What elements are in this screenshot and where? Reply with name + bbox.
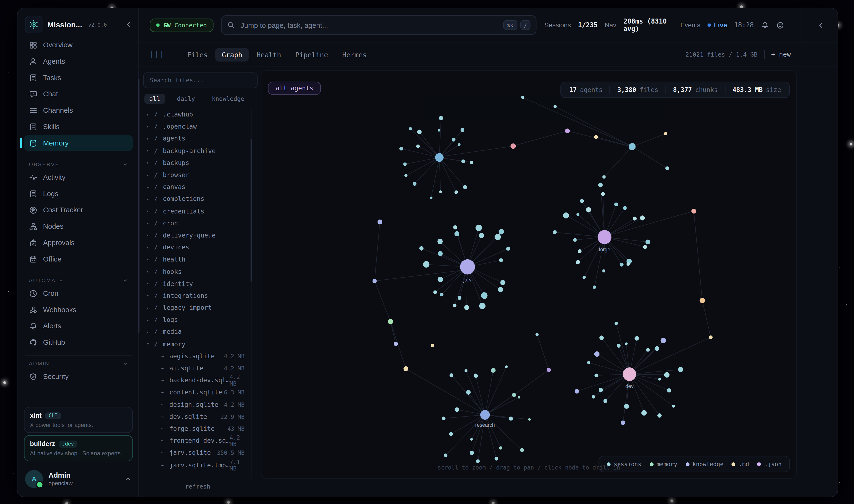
sidebar-item-logs[interactable]: Logs [24, 186, 133, 201]
global-search[interactable]: ⌘K/ [221, 15, 537, 35]
graph-hub-node-jarv[interactable] [460, 259, 475, 274]
graph-satellite-node[interactable] [573, 238, 577, 242]
graph-satellite-node[interactable] [479, 233, 484, 238]
graph-satellite-node[interactable] [500, 280, 505, 285]
filter-chip-knowledge[interactable]: knowledge [207, 94, 249, 104]
graph-satellite-node[interactable] [413, 182, 417, 186]
graph-node[interactable] [691, 209, 696, 214]
graph-canvas[interactable]: jarvforgedevresearch [261, 71, 797, 478]
graph-satellite-node[interactable] [623, 206, 627, 210]
promo-card-builderz[interactable]: builderz .dev AI-native dev shop · Solan… [24, 435, 133, 461]
sidebar-item-alerts[interactable]: Alerts [24, 318, 133, 334]
graph-satellite-node[interactable] [454, 231, 459, 236]
graph-satellite-node[interactable] [498, 287, 503, 292]
graph-satellite-node[interactable] [475, 225, 482, 231]
graph-satellite-node[interactable] [603, 399, 607, 403]
user-menu[interactable]: A Admin openclaw [24, 469, 133, 489]
graph-node[interactable] [535, 333, 539, 336]
graph-satellite-node[interactable] [399, 147, 403, 150]
graph-satellite-node[interactable] [442, 416, 446, 420]
tree-folder-row[interactable]: ▸/logs [142, 314, 253, 326]
graph-satellite-node[interactable] [438, 277, 443, 282]
graph-hub-node[interactable] [435, 153, 444, 162]
graph-satellite-node[interactable] [461, 160, 465, 163]
graph-satellite-node[interactable] [620, 263, 624, 267]
tree-folder-row[interactable]: ▸/legacy-import [142, 302, 253, 314]
file-search-input[interactable] [149, 76, 252, 84]
graph-hub-node-dev[interactable] [623, 367, 636, 381]
refresh-button[interactable]: refresh [142, 479, 253, 497]
graph-node[interactable] [403, 366, 408, 371]
graph-node[interactable] [521, 96, 524, 99]
graph-satellite-node[interactable] [494, 457, 498, 461]
graph-satellite-node[interactable] [518, 396, 521, 399]
graph-satellite-node[interactable] [594, 352, 600, 357]
gateway-status-badge[interactable]: GW Connected [150, 18, 214, 32]
new-file-button[interactable]: + new [771, 51, 791, 58]
agent-filter-chip[interactable]: all agents [268, 82, 321, 95]
tree-folder-row[interactable]: ▸/media [142, 326, 253, 338]
graph-satellite-node[interactable] [512, 393, 516, 397]
graph-satellite-node[interactable] [633, 217, 637, 221]
filter-chip-all[interactable]: all [144, 94, 165, 104]
graph-satellite-node[interactable] [479, 303, 486, 309]
graph-satellite-node[interactable] [660, 338, 666, 343]
graph-node[interactable] [394, 342, 398, 346]
graph-satellite-node[interactable] [452, 138, 456, 141]
promo-card-xint[interactable]: xint CLI X power tools for agents. [24, 407, 133, 433]
graph-node[interactable] [372, 279, 377, 283]
graph-satellite-node[interactable] [474, 374, 478, 378]
section-header-automate[interactable]: AUTOMATE [29, 277, 128, 283]
graph-satellite-node[interactable] [621, 420, 625, 425]
graph-satellite-node[interactable] [626, 263, 630, 266]
graph-node[interactable] [378, 219, 382, 224]
sidebar-item-memory[interactable]: Memory [24, 135, 133, 151]
graph-satellite-node[interactable] [430, 197, 433, 199]
graph-satellite-node[interactable] [506, 247, 510, 251]
graph-satellite-node[interactable] [615, 322, 618, 325]
graph-satellite-node[interactable] [466, 390, 471, 395]
graph-satellite-node[interactable] [641, 410, 647, 416]
graph-node[interactable] [602, 176, 605, 179]
graph-hub-node-research[interactable] [480, 410, 490, 420]
sidebar-item-channels[interactable]: Channels [24, 103, 133, 118]
graph-panel[interactable]: jarvforgedevresearch all agents 17agents… [261, 70, 797, 479]
filter-chip-daily[interactable]: daily [172, 94, 200, 104]
graph-satellite-node[interactable] [464, 305, 469, 310]
file-tree-scrollbar[interactable] [251, 139, 252, 282]
graph-satellite-node[interactable] [440, 293, 444, 296]
graph-satellite-node[interactable] [450, 373, 454, 377]
sidebar-item-nodes[interactable]: Nodes [24, 218, 133, 234]
graph-satellite-node[interactable] [417, 130, 422, 134]
tree-folder-row[interactable]: ▾/memory [142, 338, 253, 350]
graph-node[interactable] [629, 143, 636, 150]
sidebar-item-webhooks[interactable]: Webhooks [24, 302, 133, 317]
tree-folder-row[interactable]: ▸/.openclaw [142, 121, 253, 133]
file-search[interactable] [143, 73, 257, 88]
columns-icon[interactable]: ||| [150, 51, 165, 58]
graph-satellite-node[interactable] [657, 413, 662, 418]
graph-node[interactable] [553, 105, 557, 108]
graph-satellite-node[interactable] [640, 215, 645, 220]
tree-folder-row[interactable]: ▸/browser [142, 169, 253, 181]
graph-satellite-node[interactable] [599, 336, 604, 340]
graph-satellite-node[interactable] [491, 368, 496, 373]
tree-folder-row[interactable]: ▸/identity [142, 277, 253, 290]
sidebar-item-agents[interactable]: Agents [24, 53, 133, 69]
graph-satellite-node[interactable] [563, 213, 569, 218]
tree-folder-row[interactable]: ▸/health [142, 253, 253, 266]
sidebar-item-activity[interactable]: Activity [24, 169, 133, 185]
graph-satellite-node[interactable] [470, 438, 473, 440]
graph-node[interactable] [565, 128, 570, 133]
graph-satellite-node[interactable] [437, 239, 443, 244]
graph-satellite-node[interactable] [458, 296, 461, 300]
sidebar-item-security[interactable]: Security [24, 369, 133, 384]
graph-satellite-node[interactable] [655, 346, 659, 351]
tree-file-row[interactable]: ~backend-dev.sql…4.2 MB [161, 374, 253, 386]
graph-satellite-node[interactable] [470, 161, 473, 164]
tree-folder-row[interactable]: ▸/canvas [142, 181, 253, 193]
tree-file-row[interactable]: ~ai.sqlite4.2 MB [161, 362, 253, 374]
graph-satellite-node[interactable] [580, 199, 584, 203]
graph-satellite-node[interactable] [593, 286, 596, 289]
graph-satellite-node[interactable] [587, 361, 590, 364]
